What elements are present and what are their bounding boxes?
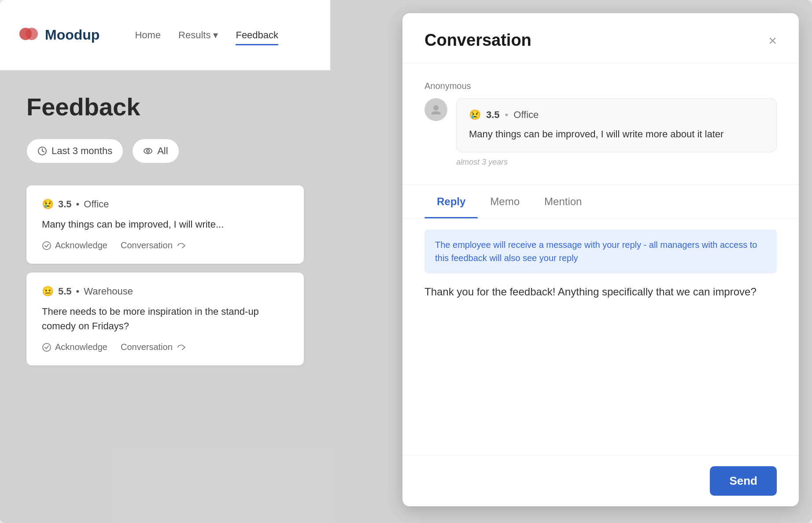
feedback-emoji-1: 😢 bbox=[42, 199, 54, 210]
message-emoji: 😢 bbox=[469, 109, 481, 121]
check-circle-icon-2 bbox=[42, 343, 52, 352]
reply-tabs: Reply Memo Mention bbox=[402, 185, 799, 219]
acknowledge-btn-2[interactable]: Acknowledge bbox=[42, 342, 107, 352]
check-circle-icon bbox=[42, 241, 52, 250]
conversation-btn-1[interactable]: Conversation bbox=[121, 240, 186, 250]
svg-point-3 bbox=[144, 148, 152, 154]
conversation-btn-2[interactable]: Conversation bbox=[121, 342, 186, 352]
tab-mention[interactable]: Mention bbox=[532, 185, 594, 218]
reply-info-banner: The employee will receive a message with… bbox=[424, 229, 777, 273]
tab-memo[interactable]: Memo bbox=[478, 185, 532, 218]
modal-header: Conversation × bbox=[402, 13, 799, 63]
message-department: Office bbox=[513, 109, 539, 121]
nav-home[interactable]: Home bbox=[135, 25, 161, 45]
acknowledge-btn-1[interactable]: Acknowledge bbox=[42, 240, 107, 250]
share-icon-2 bbox=[176, 343, 186, 352]
conversation-modal: Conversation × Anonymous 😢 3.5 bbox=[402, 13, 799, 506]
svg-point-4 bbox=[147, 150, 149, 152]
modal-title: Conversation bbox=[424, 31, 531, 50]
feedback-text-1: Many things can be improved, I will writ… bbox=[42, 217, 288, 232]
eye-icon bbox=[143, 146, 153, 156]
share-icon bbox=[176, 241, 186, 250]
feedback-score-2: 5.5 bbox=[58, 286, 72, 297]
svg-point-6 bbox=[43, 343, 51, 351]
filter-bar: Last 3 months All bbox=[26, 139, 304, 163]
feedback-dept-2: Warehouse bbox=[84, 286, 133, 297]
filter-last3months[interactable]: Last 3 months bbox=[26, 139, 123, 163]
feedback-actions-1: Acknowledge Conversation bbox=[42, 240, 288, 250]
avatar bbox=[424, 98, 447, 121]
feedback-card-1: 😢 3.5 • Office Many things can be improv… bbox=[26, 185, 304, 264]
logo-text: Moodup bbox=[45, 27, 100, 43]
page-content: Feedback Last 3 months All bbox=[0, 70, 330, 396]
reply-textarea[interactable] bbox=[424, 284, 777, 363]
feedback-score-1: 3.5 bbox=[58, 199, 72, 210]
reply-text-area bbox=[402, 273, 799, 455]
modal-message-area: Anonymous 😢 3.5 • Office bbox=[402, 63, 799, 185]
nav-results[interactable]: Results ▾ bbox=[178, 25, 218, 45]
moodup-logo-icon bbox=[18, 24, 40, 46]
page-title: Feedback bbox=[26, 92, 304, 121]
modal-close-button[interactable]: × bbox=[768, 33, 777, 48]
feedback-actions-2: Acknowledge Conversation bbox=[42, 342, 288, 352]
svg-point-1 bbox=[26, 28, 38, 40]
avatar-icon bbox=[429, 103, 443, 116]
message-row: 😢 3.5 • Office Many things can be improv… bbox=[424, 98, 777, 167]
nav-feedback[interactable]: Feedback bbox=[236, 25, 278, 45]
svg-point-5 bbox=[43, 242, 51, 250]
filter-all[interactable]: All bbox=[132, 139, 179, 163]
tab-reply[interactable]: Reply bbox=[424, 185, 478, 218]
anonymous-label: Anonymous bbox=[424, 81, 777, 91]
feedback-card-2: 😐 5.5 • Warehouse There needs to be more… bbox=[26, 273, 304, 365]
svg-point-7 bbox=[433, 105, 439, 110]
message-score: 3.5 bbox=[486, 109, 500, 121]
feedback-list: 😢 3.5 • Office Many things can be improv… bbox=[26, 185, 304, 374]
message-dot: • bbox=[505, 109, 509, 121]
message-bubble-meta: 😢 3.5 • Office bbox=[469, 109, 764, 121]
chevron-down-icon: ▾ bbox=[213, 29, 218, 41]
feedback-meta-1: 😢 3.5 • Office bbox=[42, 199, 288, 210]
message-bubble: 😢 3.5 • Office Many things can be improv… bbox=[456, 98, 777, 152]
navbar: Moodup Home Results ▾ Feedback bbox=[0, 0, 330, 70]
nav-links: Home Results ▾ Feedback bbox=[135, 25, 278, 45]
send-button[interactable]: Send bbox=[710, 466, 777, 496]
feedback-text-2: There needs to be more inspiration in th… bbox=[42, 304, 288, 333]
message-timestamp: almost 3 years bbox=[456, 158, 777, 167]
logo-container: Moodup bbox=[18, 24, 100, 46]
app-container: Moodup Home Results ▾ Feedback Feedback … bbox=[0, 0, 812, 523]
feedback-dept-1: Office bbox=[84, 199, 109, 210]
clock-icon bbox=[37, 146, 47, 156]
feedback-meta-2: 😐 5.5 • Warehouse bbox=[42, 286, 288, 297]
modal-footer: Send bbox=[402, 455, 799, 506]
message-text: Many things can be improved, I will writ… bbox=[469, 127, 764, 141]
feedback-emoji-2: 😐 bbox=[42, 286, 54, 297]
